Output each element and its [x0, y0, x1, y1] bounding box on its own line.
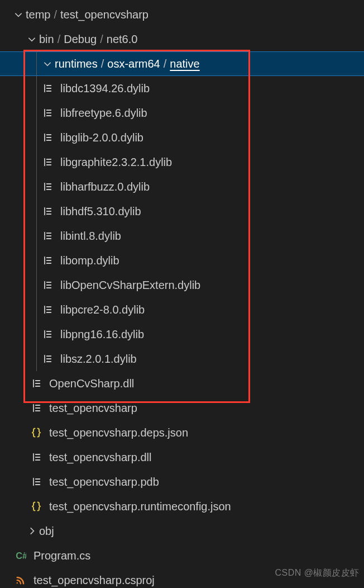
rss-icon: [13, 573, 28, 587]
file-label: test_opencvsharp.csproj: [33, 574, 155, 587]
file-label: test_opencvsharp.runtimeconfig.json: [49, 500, 231, 513]
file-label: libhdf5.310.dylib: [60, 205, 141, 218]
file-row-dylib[interactable]: libglib-2.0.0.dylib: [0, 125, 364, 150]
path-separator: /: [164, 58, 167, 70]
lines-icon: [40, 106, 55, 120]
file-label: libdc1394.26.dylib: [60, 82, 150, 95]
lines-icon: [29, 376, 44, 391]
lines-icon: [40, 130, 55, 145]
folder-label-current: native: [170, 58, 199, 70]
file-label: test_opencvsharp.deps.json: [49, 426, 188, 439]
file-tree: temp / test_opencvsharp bin / Debug / ne…: [0, 0, 364, 588]
lines-icon: [40, 302, 55, 317]
path-separator: /: [58, 33, 61, 46]
folder-label: test_opencvsharp: [60, 8, 149, 21]
folder-label: osx-arm64: [107, 58, 160, 70]
path-separator: /: [100, 33, 103, 46]
file-row-dylib[interactable]: libpcre2-8.0.dylib: [0, 297, 364, 322]
file-label: test_opencvsharp.pdb: [49, 476, 159, 489]
file-label: libglib-2.0.0.dylib: [60, 131, 143, 144]
folder-label: Debug: [64, 33, 97, 46]
folder-row-bin[interactable]: bin / Debug / net6.0: [0, 27, 364, 51]
lines-icon: [29, 475, 44, 489]
svg-text:C#: C#: [16, 551, 26, 561]
file-row-dylib[interactable]: libgraphite2.3.2.1.dylib: [0, 150, 364, 174]
file-label: OpenCvSharp.dll: [49, 377, 134, 390]
file-label: libintl.8.dylib: [60, 230, 121, 243]
lines-icon: [40, 278, 55, 292]
file-row[interactable]: test_opencvsharp: [0, 396, 364, 420]
lines-icon: [40, 179, 55, 194]
file-row-dylib[interactable]: libfreetype.6.dylib: [0, 101, 364, 125]
lines-icon: [40, 327, 55, 342]
file-row[interactable]: OpenCvSharp.dll: [0, 371, 364, 396]
file-row-dylib[interactable]: libintl.8.dylib: [0, 224, 364, 248]
folder-row-runtimes[interactable]: runtimes / osx-arm64 / native: [0, 51, 364, 76]
file-row-dylib[interactable]: libdc1394.26.dylib: [0, 76, 364, 101]
file-row-dylib[interactable]: libomp.dylib: [0, 248, 364, 273]
folder-label: obj: [39, 525, 54, 538]
file-row-dylib[interactable]: libhdf5.310.dylib: [0, 199, 364, 224]
folder-label: bin: [39, 33, 54, 46]
braces-icon: [29, 499, 44, 514]
lines-icon: [40, 229, 55, 243]
file-row[interactable]: test_opencvsharp.pdb: [0, 470, 364, 494]
file-row[interactable]: test_opencvsharp.deps.json: [0, 420, 364, 445]
lines-icon: [29, 401, 44, 415]
file-label: libOpenCvSharpExtern.dylib: [60, 279, 200, 292]
chevron-down-icon: [11, 7, 26, 22]
file-label: libpng16.16.dylib: [60, 328, 144, 341]
lines-icon: [40, 155, 55, 169]
file-label: libgraphite2.3.2.1.dylib: [60, 156, 172, 169]
file-row[interactable]: C#Program.cs: [0, 543, 364, 568]
watermark-text: CSDN @椒颜皮皮虾: [275, 567, 360, 579]
file-label: libsz.2.0.1.dylib: [60, 353, 137, 366]
file-label: test_opencvsharp.dll: [49, 451, 151, 464]
file-row[interactable]: test_opencvsharp.runtimeconfig.json: [0, 494, 364, 519]
folder-label: temp: [26, 8, 50, 21]
file-row-dylib[interactable]: libOpenCvSharpExtern.dylib: [0, 273, 364, 297]
folder-label: runtimes: [55, 58, 98, 70]
file-label: libharfbuzz.0.dylib: [60, 181, 150, 193]
file-row-dylib[interactable]: libsz.2.0.1.dylib: [0, 347, 364, 371]
lines-icon: [40, 204, 55, 219]
file-row-dylib[interactable]: libpng16.16.dylib: [0, 322, 364, 347]
file-row[interactable]: test_opencvsharp.dll: [0, 445, 364, 470]
lines-icon: [29, 450, 44, 464]
lines-icon: [40, 352, 55, 366]
path-separator: /: [101, 58, 104, 70]
chevron-down-icon: [40, 56, 55, 71]
folder-row-root[interactable]: temp / test_opencvsharp: [0, 2, 364, 27]
file-label: Program.cs: [33, 549, 90, 562]
file-label: libomp.dylib: [60, 254, 119, 267]
file-label: test_opencvsharp: [49, 402, 137, 415]
folder-label: net6.0: [107, 33, 138, 46]
lines-icon: [40, 253, 55, 268]
file-row-dylib[interactable]: libharfbuzz.0.dylib: [0, 174, 364, 199]
folder-row-obj[interactable]: obj: [0, 519, 364, 543]
path-separator: /: [54, 8, 57, 21]
braces-icon: [29, 425, 44, 440]
chevron-right-icon: [25, 524, 39, 538]
cs-icon: C#: [13, 548, 28, 563]
file-label: libfreetype.6.dylib: [60, 107, 147, 120]
chevron-down-icon: [25, 32, 39, 46]
lines-icon: [40, 81, 55, 96]
file-label: libpcre2-8.0.dylib: [60, 304, 145, 316]
